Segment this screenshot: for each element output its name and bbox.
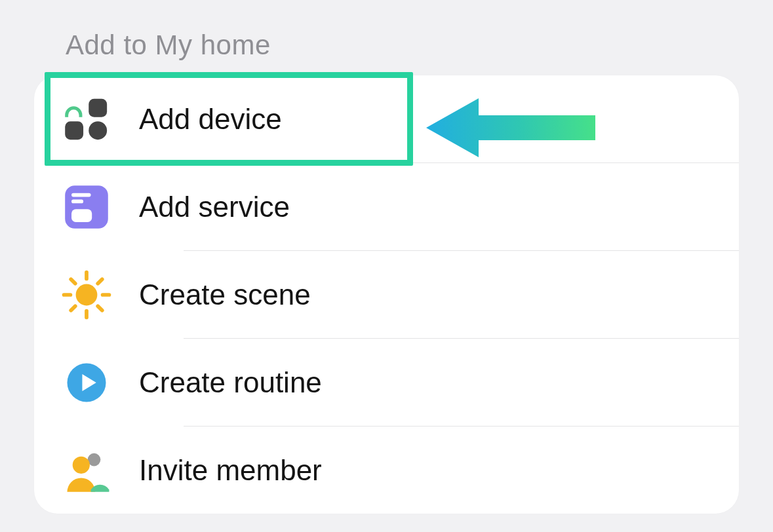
section-title: Add to My home [66,29,271,61]
svg-point-7 [76,284,98,305]
menu-item-label: Invite member [139,454,322,487]
svg-line-12 [71,279,75,284]
svg-rect-0 [89,98,107,117]
menu-item-label: Create routine [139,366,322,399]
menu-card: Add device Add service [34,75,739,514]
menu-item-create-routine[interactable]: Create routine [34,339,739,426]
svg-rect-1 [65,121,83,140]
menu-item-label: Create scene [139,278,311,311]
svg-point-19 [73,456,90,473]
svg-line-13 [98,306,102,311]
menu-item-invite-member[interactable]: Invite member [34,427,739,514]
play-circle-icon [34,356,139,409]
page-root: Add to My home Add device [0,0,773,532]
menu-item-label: Add service [139,191,290,223]
svg-point-2 [89,121,107,140]
people-icon [34,444,139,497]
svg-line-15 [98,279,102,284]
sun-icon [34,268,139,322]
menu-item-create-scene[interactable]: Create scene [34,251,739,338]
menu-item-label: Add device [139,103,282,136]
devices-grid-icon [34,92,139,146]
svg-line-14 [71,306,75,311]
menu-item-add-service[interactable]: Add service [34,163,739,250]
svg-rect-5 [71,199,83,203]
svg-rect-6 [71,209,92,222]
svg-rect-4 [71,193,91,197]
service-card-icon [34,180,139,234]
menu-item-add-device[interactable]: Add device [34,75,739,162]
